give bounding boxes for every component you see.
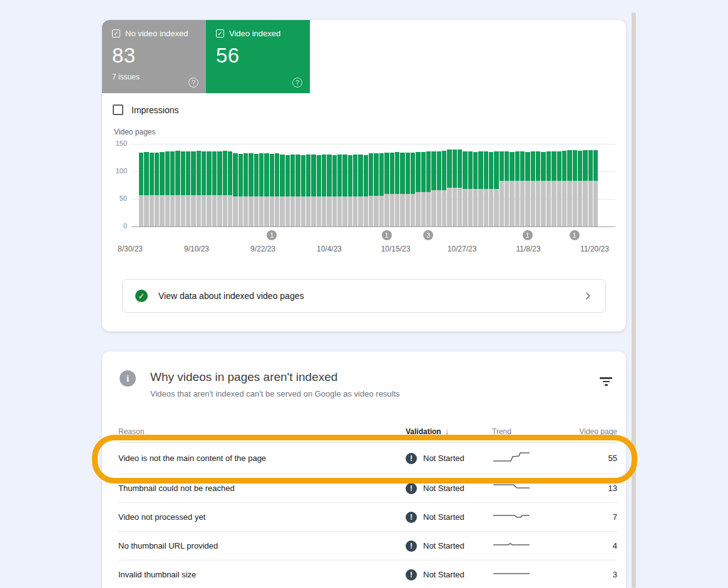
stacked-bar [583, 150, 587, 226]
vertical-scrollbar[interactable] [632, 13, 636, 588]
x-axis-date-label: 9/10/23 [184, 245, 209, 253]
issue-row[interactable]: Video is not the main content of the pag… [118, 443, 617, 474]
stacked-bar [489, 152, 493, 226]
stacked-bar [311, 155, 315, 226]
check-circle-icon: ✓ [135, 290, 148, 302]
validation-status: !Not Started [406, 569, 492, 580]
not-started-exclamation-icon: ! [406, 540, 417, 552]
x-axis-date-label: 9/22/23 [250, 245, 275, 253]
checkbox-checked-icon[interactable]: ✓ [216, 29, 224, 38]
not-started-exclamation-icon: ! [406, 453, 417, 464]
stacked-bar [473, 152, 478, 226]
help-icon[interactable]: ? [292, 78, 302, 88]
issue-row[interactable]: Video not processed yet!Not Started7 [118, 503, 617, 532]
issue-row[interactable]: Invalid thumbnail size!Not Started3 [118, 560, 617, 588]
stacked-bar [458, 150, 462, 226]
stacked-bar [437, 151, 441, 226]
checkbox-unchecked-icon[interactable] [113, 104, 123, 115]
issue-row[interactable]: Thumbnail could not be reached!Not Start… [118, 474, 617, 503]
stacked-bar [421, 152, 426, 226]
summary-value: 56 [216, 44, 300, 68]
stacked-bar [463, 151, 467, 226]
indexing-issues-card: i Why videos in pages aren't indexed Vid… [102, 352, 626, 588]
issues-card-subtitle: Videos that aren't indexed can't be serv… [150, 389, 400, 398]
column-header-validation[interactable]: Validation↓ [406, 427, 492, 436]
stacked-bar [406, 153, 410, 226]
summary-card-no-video-indexed[interactable]: ✓ No video indexed 83 7 issues ? [102, 20, 206, 93]
issue-row[interactable]: No thumbnail URL provided!Not Started4 [118, 532, 617, 560]
stacked-bar [562, 151, 567, 226]
chart-annotation-badge[interactable]: 1 [523, 230, 533, 240]
validation-status: !Not Started [406, 512, 492, 523]
stacked-bar [233, 153, 237, 226]
stacked-bar [254, 154, 259, 226]
chart-annotation-badge[interactable]: 1 [382, 230, 392, 240]
chart-annotation-badge[interactable]: 1 [267, 230, 277, 240]
view-indexed-data-banner[interactable]: ✓ View data about indexed video pages [122, 279, 606, 313]
chart-annotation-badge[interactable]: 1 [570, 230, 580, 240]
stacked-bar [453, 150, 457, 226]
chart-annotation-badge[interactable]: 3 [423, 230, 433, 240]
stacked-bar [155, 153, 159, 226]
validation-status: !Not Started [406, 483, 492, 494]
stacked-bar [223, 151, 227, 226]
stacked-bar [306, 155, 310, 226]
video-page-count: 7 [561, 512, 617, 522]
stacked-bar [160, 152, 164, 226]
validation-label: Not Started [423, 484, 464, 493]
stacked-bar [358, 155, 362, 226]
stacked-bar [395, 152, 399, 226]
video-page-count: 4 [561, 541, 617, 550]
stacked-bar [353, 155, 357, 226]
trend-sparkline [492, 451, 561, 465]
stacked-bar [578, 151, 582, 226]
stacked-bar [295, 155, 300, 226]
banner-text: View data about indexed video pages [158, 291, 583, 301]
help-icon[interactable]: ? [188, 78, 198, 88]
stacked-bar [431, 151, 436, 226]
summary-card-video-indexed[interactable]: ✓ Video indexed 56 ? [206, 20, 310, 93]
stacked-bar [379, 153, 384, 226]
trend-sparkline [492, 539, 561, 553]
video-page-count: 13 [561, 484, 617, 493]
stacked-bar [202, 151, 206, 226]
stacked-bar [400, 153, 404, 226]
stacked-bar [139, 153, 143, 226]
filter-list-icon[interactable] [599, 377, 613, 387]
column-header-reason[interactable]: Reason [118, 427, 406, 436]
stacked-bars-plot-area[interactable] [139, 144, 598, 226]
trend-sparkline [492, 481, 561, 495]
stacked-bar [285, 155, 290, 226]
video-page-count: 3 [561, 570, 617, 579]
y-axis-tick-label: 0 [102, 222, 127, 230]
stacked-bar [411, 153, 415, 226]
not-started-exclamation-icon: ! [406, 569, 417, 580]
x-axis-line [131, 226, 615, 227]
impressions-label: Impressions [131, 105, 178, 115]
info-icon: i [120, 370, 136, 387]
chart-y-axis-label: Video pages [114, 128, 156, 136]
stacked-bar [191, 151, 195, 226]
stacked-bar [181, 151, 185, 226]
stacked-bar [170, 151, 175, 226]
stacked-bar [374, 153, 378, 226]
chevron-right-icon[interactable] [583, 291, 593, 301]
trend-sparkline [492, 567, 561, 582]
stacked-bar [390, 153, 394, 226]
stacked-bar [525, 152, 530, 226]
impressions-toggle[interactable]: Impressions [113, 104, 178, 115]
stacked-bar [327, 155, 331, 226]
stacked-bar [557, 151, 561, 226]
stacked-bar [369, 153, 373, 226]
stacked-bar [290, 155, 295, 226]
column-header-video-page[interactable]: Video page [561, 427, 617, 436]
not-started-exclamation-icon: ! [406, 512, 417, 523]
stacked-bar [531, 151, 535, 226]
checkbox-checked-icon[interactable]: ✓ [112, 29, 120, 38]
column-header-trend[interactable]: Trend [492, 427, 561, 436]
issue-reason: Thumbnail could not be reached [118, 484, 406, 493]
stacked-bar [207, 151, 211, 226]
stacked-bar [505, 151, 509, 226]
stacked-bar [270, 154, 274, 226]
stacked-bar [197, 151, 201, 226]
